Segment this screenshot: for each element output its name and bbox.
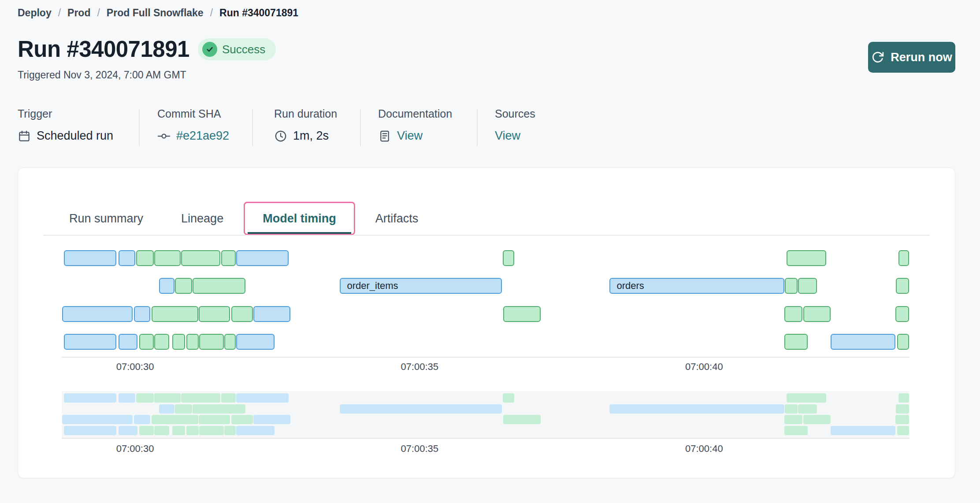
minimap-bar [193,404,245,414]
breadcrumb-item[interactable]: Prod Full Snowflake [107,7,204,19]
gantt-bar-label: orders [616,280,644,292]
gantt-bar[interactable] [503,250,514,266]
gantt-bar[interactable] [64,250,116,266]
axis-tick-label: 07:00:40 [685,361,723,373]
gantt-bar[interactable] [134,306,150,322]
gantt-row [62,334,909,350]
minimap-row [62,426,909,435]
minimap-bar [221,393,236,403]
minimap-row [62,415,909,424]
meta-divider [360,109,361,146]
minimap-bar [199,426,224,435]
gantt-bar[interactable] [895,306,909,322]
minimap-bar [803,415,831,424]
minimap-bar [340,404,502,414]
minimap-bar [119,426,137,435]
gantt-bar[interactable] [159,278,174,294]
gantt-bar[interactable] [199,334,224,350]
meta-link[interactable]: View [495,129,520,143]
minimap-bar [159,404,174,414]
gantt-bar[interactable] [236,334,275,350]
meta-link[interactable]: #e21ae92 [176,129,229,143]
status-badge: Success [198,38,276,60]
gantt-bar[interactable] [199,306,230,322]
gantt-bar[interactable] [898,250,909,266]
gantt-minimap[interactable] [62,391,909,439]
tab-model-timing[interactable]: Model timing [244,202,355,235]
minimap-bar [136,393,154,403]
gantt-bar[interactable] [221,250,236,266]
meta-divider [139,109,140,146]
tab-artifacts[interactable]: Artifacts [358,202,436,235]
gantt-bar[interactable] [139,334,154,350]
gantt-bar[interactable] [136,250,154,266]
gantt-bar[interactable] [231,306,253,322]
tab-bar: Run summaryLineageModel timingArtifacts [52,202,436,235]
gantt-bar[interactable] [175,278,192,294]
run-detail-page: Deploy/Prod/Prod Full Snowflake/Run #340… [0,0,980,503]
breadcrumb: Deploy/Prod/Prod Full Snowflake/Run #340… [18,7,298,19]
triggered-timestamp: Triggered Nov 3, 2024, 7:00 AM GMT [18,69,186,81]
axis-tick-label: 07:00:30 [116,443,154,455]
gantt-bar[interactable] [181,250,220,266]
minimap-bar [897,426,909,435]
rerun-now-button[interactable]: Rerun now [868,42,955,73]
gantt-bar[interactable] [224,334,236,350]
gantt-bar[interactable] [798,278,817,294]
breadcrumb-item[interactable]: Prod [67,7,90,19]
gantt-bar[interactable] [119,250,135,266]
gantt-bar-orders[interactable]: orders [609,278,784,294]
tab-run-summary[interactable]: Run summary [52,202,161,235]
minimap-bar [503,415,541,424]
active-tab-underline [248,232,351,234]
gantt-row [62,306,909,322]
gantt-bar[interactable] [897,334,909,350]
meta-value-text: Scheduled run [37,129,113,143]
tabs-divider [43,235,930,236]
tab-lineage[interactable]: Lineage [163,202,241,235]
minimap-bar [64,393,116,403]
minimap-bar [898,393,909,403]
gantt-bar[interactable] [154,334,169,350]
gantt-bar[interactable] [193,278,245,294]
minimap-bar [134,415,150,424]
gantt-bar[interactable] [119,334,137,350]
gantt-bar[interactable] [236,250,289,266]
minimap-bar [236,426,275,435]
model-timing-gantt: order_itemsorders [62,247,909,357]
gantt-bar[interactable] [154,250,180,266]
gantt-bar-order_items[interactable]: order_items [340,278,502,294]
minimap-bar [895,415,909,424]
minimap-bar [175,404,192,414]
minimap-bar [64,426,116,435]
gantt-bar[interactable] [172,334,186,350]
minimap-row [62,404,909,414]
gantt-bar[interactable] [784,334,808,350]
axis-tick-label: 07:00:30 [116,361,154,373]
meta-col-sources: SourcesView [495,107,535,143]
gantt-bar[interactable] [784,306,802,322]
gantt-bar[interactable] [896,278,909,294]
gantt-bar[interactable] [253,306,290,322]
minimap-bar [785,404,797,414]
axis-tick-label: 07:00:40 [685,443,723,455]
breadcrumb-item[interactable]: Deploy [18,7,52,19]
minimap-bar [154,426,169,435]
gantt-bar[interactable] [785,278,797,294]
status-badge-label: Success [222,43,265,56]
minimap-bar [896,404,909,414]
gantt-bar[interactable] [787,250,826,266]
gantt-bar[interactable] [503,306,541,322]
meta-label: Sources [495,107,535,120]
gantt-bar[interactable] [62,306,133,322]
minimap-row [62,393,909,403]
gantt-bar[interactable] [803,306,831,322]
gantt-bar[interactable] [64,334,116,350]
gantt-bar[interactable] [186,334,199,350]
meta-col-trigger: TriggerScheduled run [18,107,113,143]
meta-link[interactable]: View [397,129,423,143]
breadcrumb-separator: / [58,7,61,19]
gantt-bar[interactable] [831,334,895,350]
gantt-bar[interactable] [152,306,198,322]
minimap-bar [798,404,817,414]
